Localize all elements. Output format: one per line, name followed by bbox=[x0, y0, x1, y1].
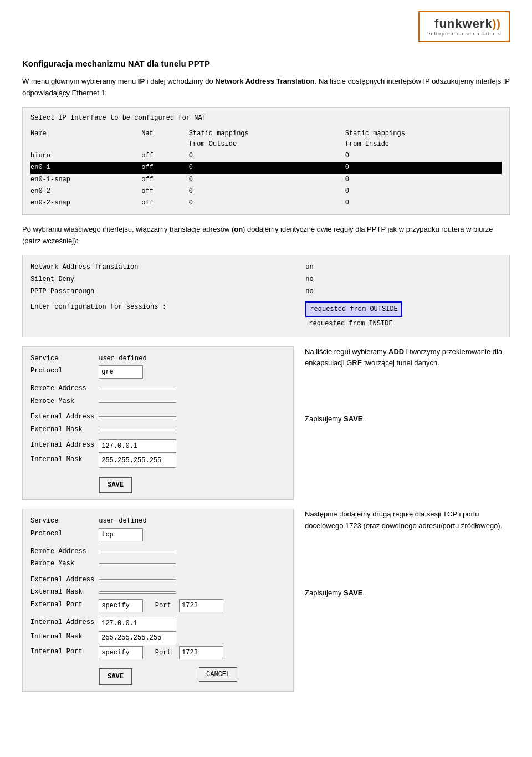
col-outside: Static mappingsfrom Outside bbox=[189, 128, 345, 150]
intro-part1: W menu głównym wybieramy menu bbox=[22, 77, 138, 85]
form1-service-label: Service bbox=[30, 352, 99, 365]
form2-remote-mask-input[interactable] bbox=[99, 563, 176, 565]
form1-int-addr-value[interactable]: 127.0.0.1 bbox=[99, 439, 181, 453]
form1-ext-addr-input[interactable] bbox=[99, 416, 176, 418]
form1-ext-mask-input[interactable] bbox=[99, 429, 176, 431]
col-inside: Static mappingsfrom Inside bbox=[345, 128, 502, 150]
form2-ext-mask-input[interactable] bbox=[99, 591, 176, 594]
form2-cancel-button[interactable]: CANCEL bbox=[199, 667, 237, 682]
form2-int-mask-input[interactable]: 255.255.255.255 bbox=[99, 631, 176, 645]
save-note2-part1: Zapisujemy bbox=[305, 589, 344, 597]
sessions-label: Enter configuration for sessions : bbox=[30, 301, 305, 331]
form1-save-button[interactable]: SAVE bbox=[99, 477, 132, 493]
form2-int-port-input[interactable]: specify bbox=[99, 646, 143, 659]
interface-table: Name Nat Static mappingsfrom Outside Sta… bbox=[30, 128, 502, 209]
form2-int-port-num-input[interactable]: 1723 bbox=[179, 646, 223, 659]
save-note2-bold1: SAVE bbox=[344, 589, 362, 597]
form1-remote-mask-label: Remote Mask bbox=[30, 395, 99, 407]
form2-table: Service user defined Protocol tcp Remote… bbox=[30, 515, 242, 686]
form1-int-addr-label: Internal Address bbox=[30, 439, 99, 453]
form1-block: Service user defined Protocol gre Remote… bbox=[22, 346, 294, 500]
form2-int-port-value[interactable]: specify Port 1723 bbox=[99, 646, 242, 660]
form1-row: Remote Address bbox=[30, 382, 181, 395]
form2-protocol-input[interactable]: tcp bbox=[99, 528, 143, 541]
form1-save-row: SAVE bbox=[30, 472, 181, 494]
form1-remote-mask-input[interactable] bbox=[99, 401, 176, 403]
form1-ext-mask-value[interactable] bbox=[99, 423, 181, 436]
form2-ext-port-label2: Port bbox=[155, 602, 171, 610]
form2-row: External Mask bbox=[30, 586, 242, 598]
save-note1: Zapisujemy SAVE. bbox=[305, 413, 510, 425]
logo-area: funkwerk)) enterprise communications bbox=[22, 11, 510, 42]
form2-remote-addr-input[interactable] bbox=[99, 551, 176, 553]
form1-int-mask-value[interactable]: 255.255.255.255 bbox=[99, 453, 181, 468]
form2-ext-mask-label: External Mask bbox=[30, 586, 99, 598]
row-inside: 0 bbox=[345, 197, 502, 209]
form1-service-value: user defined bbox=[99, 352, 181, 365]
form2-int-addr-input[interactable]: 127.0.0.1 bbox=[99, 617, 176, 630]
row-inside: 0 bbox=[345, 150, 502, 162]
row-name: en0-2-snap bbox=[30, 197, 141, 209]
row-inside: 0 bbox=[345, 162, 502, 173]
form2-ext-addr-input[interactable] bbox=[99, 579, 176, 581]
row-nat: off bbox=[141, 162, 189, 173]
logo-subtitle: enterprise communications bbox=[427, 31, 501, 37]
form2-ext-port-label: External Port bbox=[30, 599, 99, 613]
form2-save-row: SAVE CANCEL bbox=[30, 663, 242, 686]
form2-protocol-label: Protocol bbox=[30, 528, 99, 542]
form2-row: Remote Mask bbox=[30, 557, 242, 570]
form2-remote-mask-value[interactable] bbox=[99, 557, 242, 570]
form1-ext-addr-value[interactable] bbox=[99, 411, 181, 423]
form2-row: Service user defined bbox=[30, 515, 242, 527]
form1-remote-addr-value[interactable] bbox=[99, 382, 181, 395]
option-outside[interactable]: requested from OUTSIDE bbox=[305, 301, 402, 317]
section2-bold1: on bbox=[234, 225, 243, 233]
form2-ext-port-input[interactable]: specify bbox=[99, 599, 143, 612]
row-name: biuro bbox=[30, 150, 141, 162]
form2-ext-addr-value[interactable] bbox=[99, 574, 242, 586]
row-outside: 0 bbox=[189, 186, 345, 197]
form1-row: Internal Address 127.0.0.1 bbox=[30, 439, 181, 453]
form2-service-value: user defined bbox=[99, 515, 242, 527]
save-note1-part2: . bbox=[363, 415, 365, 423]
row-outside: 0 bbox=[189, 150, 345, 162]
form2-ext-addr-label: External Address bbox=[30, 574, 99, 586]
form2-ext-port-value[interactable]: specify Port 1723 bbox=[99, 599, 242, 613]
form1-row: External Mask bbox=[30, 423, 181, 436]
logo-waves: )) bbox=[493, 18, 501, 30]
intro-bold2: Network Address Translation bbox=[215, 77, 314, 85]
nat-row: Silent Deny no bbox=[30, 273, 502, 285]
form2-int-port-label: Internal Port bbox=[30, 646, 99, 660]
nat-table: Network Address Translation on Silent De… bbox=[30, 261, 502, 331]
form2-ext-port-num-input[interactable]: 1723 bbox=[179, 599, 223, 612]
nat-label: Silent Deny bbox=[30, 273, 305, 285]
page-title: Konfiguracja mechanizmu NAT dla tunelu P… bbox=[22, 59, 510, 68]
form1-protocol-value[interactable]: gre bbox=[99, 365, 181, 379]
form2-int-port-label2: Port bbox=[155, 649, 171, 657]
form2-int-mask-value[interactable]: 255.255.255.255 bbox=[99, 631, 242, 645]
form2-row: Internal Port specify Port 1723 bbox=[30, 646, 242, 660]
form2-int-addr-value[interactable]: 127.0.0.1 bbox=[99, 616, 242, 631]
section2-part1: Po wybraniu właściwego interfejsu, włącz… bbox=[22, 225, 234, 233]
nat-interface-table: Select IP Interface to be configured for… bbox=[22, 107, 510, 216]
form1-int-addr-input[interactable]: 127.0.0.1 bbox=[99, 439, 176, 453]
form1-int-mask-input[interactable]: 255.255.255.255 bbox=[99, 454, 176, 467]
row-outside: 0 bbox=[189, 174, 345, 186]
form1-protocol-input[interactable]: gre bbox=[99, 365, 143, 378]
form1-remote-addr-label: Remote Address bbox=[30, 382, 99, 395]
form2-ext-mask-value[interactable] bbox=[99, 586, 242, 598]
form2-service-label: Service bbox=[30, 515, 99, 527]
form2-save-button[interactable]: SAVE bbox=[99, 668, 132, 685]
option-inside[interactable]: requested from INSIDE bbox=[305, 317, 502, 330]
nat-value: no bbox=[305, 285, 502, 298]
form1-remote-mask-value[interactable] bbox=[99, 395, 181, 407]
row-name: en0-1 bbox=[30, 162, 141, 173]
table-row: en0-2 off 0 0 bbox=[30, 186, 502, 197]
form1-section: Service user defined Protocol gre Remote… bbox=[22, 346, 510, 500]
section2-text: Po wybraniu właściwego interfejsu, włącz… bbox=[22, 224, 510, 247]
form2-remote-addr-value[interactable] bbox=[99, 545, 242, 557]
form1-remote-addr-input[interactable] bbox=[99, 388, 176, 390]
form2-block: Service user defined Protocol tcp Remote… bbox=[22, 509, 294, 692]
form1-ext-mask-label: External Mask bbox=[30, 423, 99, 436]
form2-protocol-value[interactable]: tcp bbox=[99, 528, 242, 542]
